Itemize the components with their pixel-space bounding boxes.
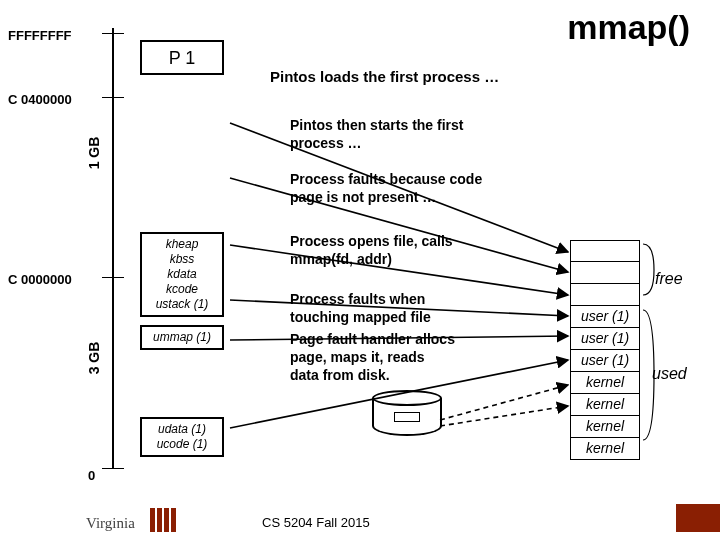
addr-ffffffff: FFFFFFFF	[8, 28, 72, 43]
disk-icon	[372, 390, 442, 440]
seg-kbss: kbss	[142, 252, 222, 267]
footer-text: CS 5204 Fall 2015	[262, 515, 370, 530]
free-label: free	[655, 270, 683, 288]
bullet-2-line2: page is not present …	[290, 188, 482, 206]
bullet-3: Process opens file, calls mmap(fd, addr)	[290, 232, 453, 268]
addr-c0000000: C 0000000	[8, 272, 72, 287]
slide-title: mmap()	[567, 8, 690, 47]
frame-free-2	[570, 262, 640, 284]
frame-free-3	[570, 284, 640, 306]
phys-frames-stack: user (1) user (1) user (1) kernel kernel…	[570, 240, 640, 460]
svg-line-6	[440, 385, 568, 420]
tick-c04	[102, 97, 124, 98]
bullet-3-line1: Process opens file, calls	[290, 232, 453, 250]
bullet-3-line2: mmap(fd, addr)	[290, 250, 453, 268]
bullet-4-line2: touching mapped file	[290, 308, 431, 326]
subtitle: Pintos loads the first process …	[270, 68, 499, 85]
process-p1-box: P 1	[140, 40, 224, 75]
frame-kernel-3: kernel	[570, 416, 640, 438]
bullet-1: Pintos then starts the first process …	[290, 116, 463, 152]
seg-ustack: ustack (1)	[142, 297, 222, 312]
seg-kcode: kcode	[142, 282, 222, 297]
addr-c0400000: C 0400000	[8, 92, 72, 107]
bullet-1-line2: process …	[290, 134, 463, 152]
user-segments-box: udata (1) ucode (1)	[140, 417, 224, 457]
frame-free-1	[570, 240, 640, 262]
bullet-1-line1: Pintos then starts the first	[290, 116, 463, 134]
frame-user-1: user (1)	[570, 306, 640, 328]
bullet-2: Process faults because code page is not …	[290, 170, 482, 206]
seg-kheap: kheap	[142, 237, 222, 252]
memory-axis	[112, 28, 114, 468]
label-3gb: 3 GB	[86, 342, 102, 375]
tick-c00	[102, 277, 124, 278]
seg-udata: udata (1)	[142, 422, 222, 437]
label-1gb: 1 GB	[86, 137, 102, 170]
seg-ummap: ummap (1)	[142, 330, 222, 345]
bullet-5-line3: data from disk.	[290, 366, 455, 384]
frame-user-2: user (1)	[570, 328, 640, 350]
seg-ucode: ucode (1)	[142, 437, 222, 452]
ummap-box: ummap (1)	[140, 325, 224, 350]
addr-zero: 0	[88, 468, 95, 483]
tick-ff	[102, 33, 124, 34]
bullet-5-line2: page, maps it, reads	[290, 348, 455, 366]
bullet-4: Process faults when touching mapped file	[290, 290, 431, 326]
frame-user-3: user (1)	[570, 350, 640, 372]
bullet-2-line1: Process faults because code	[290, 170, 482, 188]
kernel-segments-box: kheap kbss kdata kcode ustack (1)	[140, 232, 224, 317]
frame-kernel-4: kernel	[570, 438, 640, 460]
seg-kdata: kdata	[142, 267, 222, 282]
bullet-4-line1: Process faults when	[290, 290, 431, 308]
bullet-5: Page fault handler allocs page, maps it,…	[290, 330, 455, 384]
vt-logo: Virginia	[86, 515, 135, 532]
frame-kernel-1: kernel	[570, 372, 640, 394]
tick-0	[102, 468, 124, 469]
bullet-5-line1: Page fault handler allocs	[290, 330, 455, 348]
vt-bars-icon	[150, 508, 176, 532]
corner-accent	[676, 504, 720, 532]
frame-kernel-2: kernel	[570, 394, 640, 416]
used-label: used	[652, 365, 687, 383]
svg-line-7	[440, 406, 568, 426]
